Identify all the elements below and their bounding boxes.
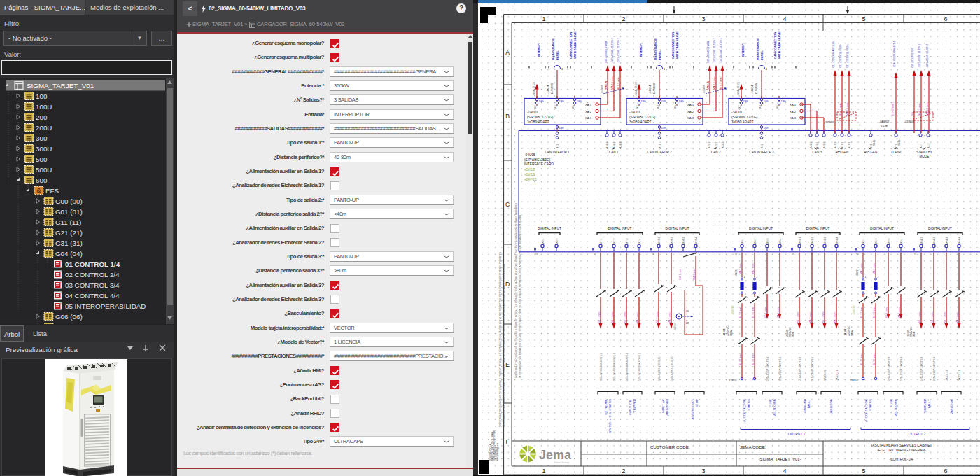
svg-text:OUTPUT 1: OUTPUT 1	[788, 432, 806, 436]
svg-text:DIGITAL INPUT: DIGITAL INPUT	[749, 227, 773, 230]
svg-text:CUSTOMER CODE:: CUSTOMER CODE:	[650, 444, 690, 449]
svg-text:MA 1 mm²: MA 1 mm²	[777, 307, 780, 318]
svg-text:Jema: Jema	[539, 448, 572, 462]
svg-text:19: 19	[792, 253, 795, 256]
svg-text:X2: X2	[636, 105, 639, 108]
svg-text:5: 5	[862, 468, 865, 475]
svg-text:-04U05: -04U05	[524, 153, 536, 157]
svg-text:G01+01/4E-01W0B: G01+01/4E-01W0B	[605, 41, 608, 63]
svg-text:FUSE: FUSE	[890, 399, 893, 407]
svg-text:X63:2: X63:2	[811, 237, 814, 244]
svg-text:-14X14: -14X14	[547, 85, 550, 94]
svg-text:INTERFACE CARD: INTERFACE CARD	[524, 162, 554, 166]
svg-text:21: 21	[686, 310, 689, 313]
svg-text:22: 22	[686, 322, 689, 325]
svg-text:MAINTENANCE: MAINTENANCE	[654, 38, 657, 60]
svg-text:2: 2	[757, 276, 758, 279]
svg-text:PANEL: PANEL	[760, 50, 764, 60]
svg-text:RO 1 mm²: RO 1 mm²	[624, 312, 626, 323]
svg-text:+/- CONTACTOR: +/- CONTACTOR	[743, 399, 746, 423]
svg-text:X49:3: X49:3	[823, 142, 826, 148]
svg-text:X96:2: X96:2	[671, 237, 673, 244]
svg-text:MA 1 mm²: MA 1 mm²	[636, 312, 639, 323]
svg-text:VARISTORS: VARISTORS	[666, 399, 669, 416]
svg-text:D-SUB 9: D-SUB 9	[551, 83, 554, 94]
svg-text:500A: 500A	[913, 331, 916, 337]
svg-text:G21+01/5P-24K5Y6:9: G21+01/5P-24K5Y6:9	[933, 357, 936, 382]
svg-text:DB9: DB9	[781, 100, 786, 103]
svg-text:X47:1: X47:1	[848, 142, 851, 148]
svg-text:X5: X5	[776, 105, 779, 108]
svg-text:DB9: DB9	[662, 127, 666, 130]
svg-text:CAN INTEROP 1: CAN INTEROP 1	[545, 150, 570, 154]
svg-text:X5: X5	[674, 105, 677, 108]
svg-text:DB9: DB9	[764, 127, 769, 130]
svg-text:3xDB9 ADAPT.: 3xDB9 ADAPT.	[732, 120, 754, 124]
svg-text:XA:2: XA:2	[585, 110, 592, 113]
svg-text:500A: 500A	[792, 331, 794, 337]
svg-text:LA INFORMACION CONTENIDA EN ES: LA INFORMACION CONTENIDA EN ESTE PLANO E…	[503, 264, 505, 427]
svg-text:Irizar Group: Irizar Group	[554, 461, 570, 464]
svg-text:GROUND: GROUND	[923, 399, 927, 413]
svg-text:3250VDC: 3250VDC	[848, 326, 850, 336]
svg-text:X8:1: X8:1	[741, 239, 744, 244]
svg-text:X9:3: X9:3	[888, 239, 890, 244]
svg-text:EMERGENCY: EMERGENCY	[691, 399, 694, 419]
svg-text:NETWORK: NETWORK	[604, 399, 608, 415]
svg-text:(S/P W8C1271G): (S/P W8C1271G)	[629, 115, 656, 119]
svg-text:GR 1 mm²: GR 1 mm²	[931, 312, 934, 323]
svg-text:3xDB9 ADAPT.: 3xDB9 ADAPT.	[527, 120, 550, 124]
svg-text:300: 300	[36, 134, 48, 142]
svg-text:RO 1 mm²: RO 1 mm²	[886, 307, 888, 318]
svg-text:MA 1 mm²: MA 1 mm²	[873, 262, 876, 274]
svg-text:X7:2: X7:2	[613, 239, 616, 244]
svg-text:VARISTOR: VARISTOR	[950, 399, 953, 414]
svg-text:DIGITAL INPUT: DIGITAL INPUT	[806, 227, 830, 230]
svg-text:X2: X2	[534, 105, 537, 108]
svg-text:DB9: DB9	[743, 100, 748, 103]
svg-text:-34U01: -34U01	[732, 111, 743, 114]
svg-text:X64:3: X64:3	[946, 237, 948, 244]
svg-text:XA:2: XA:2	[687, 110, 694, 113]
svg-text:4: 4	[783, 468, 786, 475]
svg-text:(S/P W8C1253G): (S/P W8C1253G)	[524, 158, 551, 162]
svg-text:SWITCH + C.B. STATUS: SWITCH + C.B. STATUS	[608, 399, 612, 433]
svg-text:X96:3: X96:3	[682, 237, 685, 244]
svg-text:XA:1: XA:1	[687, 103, 694, 106]
svg-text:-14U01: -14U01	[527, 111, 538, 114]
svg-text:-0D6+01/1SD-86A3Y1:1: -0D6+01/1SD-86A3Y1:1	[893, 41, 896, 68]
svg-text:G11+01/2B-1(L02)2a: G11+01/2B-1(L02)2a	[846, 44, 849, 68]
svg-text:19: 19	[735, 253, 738, 256]
svg-text:3: 3	[701, 468, 705, 475]
svg-text:BL 22 mm²: BL 22 mm²	[860, 306, 863, 318]
svg-text:MELTDOWN: MELTDOWN	[894, 399, 897, 416]
svg-text:BL 0,5 mm²: BL 0,5 mm²	[720, 76, 722, 90]
svg-text:FUSE: FUSE	[769, 399, 772, 407]
svg-text:X7:1: X7:1	[600, 239, 603, 244]
svg-text:STOP: STOP	[695, 399, 699, 407]
svg-text:X11: X11	[556, 144, 559, 148]
svg-text:G01+01/2F-01W3: G01+01/2F-01W3	[911, 48, 914, 68]
svg-text:X2: X2	[738, 105, 741, 108]
svg-text:MA 0,5 mm²: MA 0,5 mm²	[713, 76, 716, 90]
svg-text:X45:1: X45:1	[715, 142, 718, 148]
svg-text:DB9: DB9	[764, 100, 769, 103]
svg-text:-24X11: -24X11	[735, 269, 738, 276]
svg-text:X63:4: X63:4	[836, 237, 839, 244]
svg-text:500A: 500A	[730, 330, 733, 336]
svg-text:-SIGMA_TARJET_V01-: -SIGMA_TARJET_V01-	[759, 457, 802, 461]
svg-text:G11+01/5P-14K1Y6:9: G11+01/5P-14K1Y6:9	[811, 357, 814, 382]
svg-text:+24V/1B: +24V/1B	[524, 178, 536, 181]
svg-text:THE INFORMATION CONTAINED IN T: THE INFORMATION CONTAINED IN THE DRAWING…	[499, 252, 502, 427]
svg-text:(S/P W8C1271G): (S/P W8C1271G)	[732, 115, 758, 119]
svg-text:RO 1 mm²: RO 1 mm²	[822, 312, 825, 323]
svg-text:WITH CARD SLAVE: WITH CARD SLAVE	[778, 31, 781, 59]
svg-text:XA:3: XA:3	[585, 116, 592, 120]
svg-text:D: D	[505, 281, 510, 288]
svg-text:FAULT: FAULT	[927, 399, 931, 409]
svg-text:FAULT: FAULT	[807, 399, 811, 409]
svg-text:CAN INTEROP 2: CAN INTEROP 2	[647, 150, 672, 154]
svg-text:MA 1 mm²: MA 1 mm²	[898, 307, 901, 318]
svg-text:-11S01: -11S01	[723, 328, 726, 336]
svg-text:CAN INTEROP 3: CAN INTEROP 3	[749, 150, 774, 154]
